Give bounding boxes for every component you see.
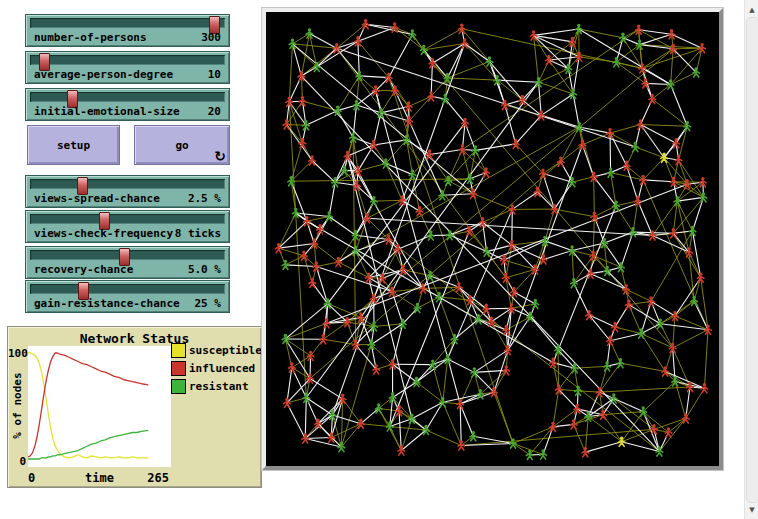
slider-views-spread-chance[interactable]: views-spread-chance 2.5 % — [25, 175, 230, 208]
slider-label: average-person-degree — [34, 68, 173, 81]
y-axis-title: % of nodes — [11, 366, 24, 446]
plot-area — [28, 346, 171, 467]
influenced-swatch — [171, 361, 186, 376]
scroll-down-arrow[interactable]: ▼ — [745, 502, 758, 517]
scroll-up-arrow[interactable]: ▲ — [745, 2, 758, 17]
slider-label: views-check-frequency — [34, 227, 173, 240]
slider-track[interactable] — [30, 18, 225, 28]
forever-icon: ↻ — [214, 149, 226, 163]
slider-track[interactable] — [30, 214, 225, 224]
setup-button-label: setup — [57, 139, 90, 152]
slider-label: initial-emotional-size — [34, 105, 180, 118]
slider-value: 300 — [201, 31, 221, 44]
slider-recovery-chance[interactable]: recovery-chance 5.0 % — [25, 246, 230, 279]
resistant-swatch — [171, 379, 186, 394]
slider-label: gain-resistance-chance — [34, 297, 180, 310]
network-canvas — [266, 12, 719, 466]
network-world-view — [262, 8, 723, 470]
plot-canvas — [28, 346, 171, 467]
slider-track[interactable] — [30, 92, 225, 102]
setup-button[interactable]: setup — [27, 125, 120, 165]
go-button-label: go — [175, 139, 188, 152]
slider-initial-emotional-size[interactable]: initial-emotional-size 20 — [25, 88, 230, 121]
slider-value: 25 % — [195, 297, 222, 310]
slider-average-person-degree[interactable]: average-person-degree 10 — [25, 51, 230, 84]
slider-track[interactable] — [30, 284, 225, 294]
slider-value: 5.0 % — [188, 263, 221, 276]
legend-item-influenced: influenced — [171, 359, 262, 377]
vertical-scrollbar[interactable]: ▲ ▼ — [744, 0, 758, 519]
y-axis-min-label: 0 — [8, 455, 26, 468]
slider-label: number-of-persons — [34, 31, 147, 44]
scrollbar-thumb[interactable] — [746, 17, 758, 503]
plot-legend: susceptible influenced resistant — [171, 341, 262, 395]
susceptible-swatch — [171, 343, 186, 358]
network-status-plot: Network Status 100 0 % of nodes 0 time 2… — [7, 326, 262, 488]
legend-item-resistant: resistant — [171, 377, 262, 395]
slider-gain-resistance-chance[interactable]: gain-resistance-chance 25 % — [25, 280, 230, 313]
slider-value: 8 ticks — [175, 227, 221, 240]
legend-label: influenced — [189, 362, 255, 375]
slider-number-of-persons[interactable]: number-of-persons 300 — [25, 14, 230, 47]
slider-views-check-frequency[interactable]: views-check-frequency 8 ticks — [25, 210, 230, 243]
legend-item-susceptible: susceptible — [171, 341, 262, 359]
go-button[interactable]: go ↻ — [134, 125, 230, 165]
legend-label: susceptible — [189, 344, 262, 357]
slider-value: 20 — [208, 105, 221, 118]
y-axis-max-label: 100 — [8, 347, 26, 360]
slider-track[interactable] — [30, 55, 225, 65]
slider-label: views-spread-chance — [34, 192, 160, 205]
slider-value: 2.5 % — [188, 192, 221, 205]
slider-track[interactable] — [30, 179, 225, 189]
slider-label: recovery-chance — [34, 263, 133, 276]
x-axis-max-label: 265 — [147, 471, 169, 485]
slider-value: 10 — [208, 68, 221, 81]
netlogo-interface: { "sliders": [ {"label": "number-of-pers… — [0, 0, 758, 519]
legend-label: resistant — [189, 380, 249, 393]
